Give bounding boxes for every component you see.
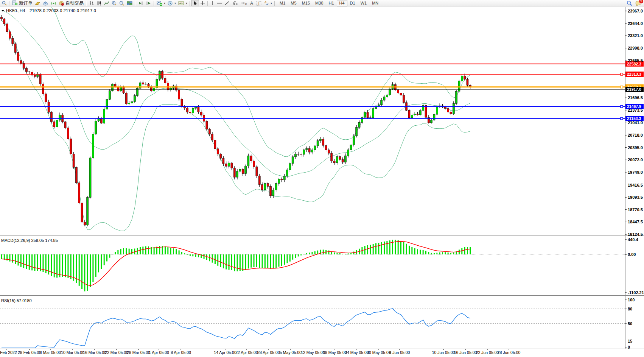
candle[interactable]	[464, 74, 466, 81]
candle[interactable]	[39, 73, 41, 86]
candle[interactable]	[242, 168, 244, 176]
candle[interactable]	[89, 156, 91, 198]
candle[interactable]	[414, 112, 416, 115]
candle[interactable]	[6, 22, 8, 34]
price-level-line[interactable]: 21467.9	[0, 104, 644, 109]
candle[interactable]	[73, 152, 75, 169]
candle[interactable]	[150, 85, 152, 92]
candle[interactable]	[9, 30, 11, 41]
candle[interactable]	[233, 166, 235, 179]
candle[interactable]	[403, 93, 404, 104]
candle[interactable]	[20, 59, 22, 65]
candle[interactable]	[256, 165, 258, 178]
candle[interactable]	[433, 114, 435, 121]
candle[interactable]	[25, 67, 27, 74]
candle[interactable]	[95, 119, 97, 135]
candle[interactable]	[456, 90, 457, 105]
price-level-line[interactable]: 22313.3	[0, 72, 644, 77]
candle[interactable]	[447, 107, 449, 113]
candle[interactable]	[406, 100, 408, 111]
candle[interactable]	[319, 137, 321, 143]
candle[interactable]	[247, 154, 249, 168]
candle[interactable]	[31, 70, 33, 77]
candle[interactable]	[245, 165, 247, 176]
candle[interactable]	[375, 104, 377, 110]
candle[interactable]	[37, 72, 39, 78]
macd-pane[interactable]	[0, 240, 625, 291]
candle[interactable]	[189, 110, 191, 115]
candle[interactable]	[275, 182, 277, 192]
candle[interactable]	[212, 132, 213, 142]
candle[interactable]	[222, 156, 224, 166]
candle[interactable]	[23, 61, 25, 70]
candle[interactable]	[272, 188, 274, 198]
candle[interactable]	[67, 126, 69, 140]
price-level-line[interactable]: 21979.1	[0, 84, 644, 90]
candle[interactable]	[317, 139, 319, 148]
candle[interactable]	[419, 109, 421, 115]
candle[interactable]	[344, 153, 346, 164]
candle[interactable]	[164, 76, 166, 84]
candle[interactable]	[56, 118, 58, 128]
price-level-line[interactable]: 22582.3	[0, 61, 644, 67]
candle[interactable]	[453, 101, 454, 115]
candle[interactable]	[12, 36, 14, 46]
candle[interactable]	[187, 106, 188, 114]
candle[interactable]	[353, 134, 355, 147]
candle[interactable]	[306, 147, 308, 152]
candle[interactable]	[134, 94, 135, 103]
candle[interactable]	[200, 110, 202, 117]
candle[interactable]	[331, 151, 333, 163]
candle[interactable]	[461, 74, 463, 82]
candle[interactable]	[442, 104, 443, 108]
chart-canvas[interactable]: 22582.322313.321979.121467.921153.321917…	[0, 0, 644, 357]
candle[interactable]	[225, 161, 227, 168]
candle[interactable]	[264, 182, 266, 192]
candle[interactable]	[281, 178, 283, 182]
candle[interactable]	[308, 146, 310, 154]
candle[interactable]	[339, 156, 341, 162]
candle[interactable]	[59, 112, 61, 122]
candle[interactable]	[417, 112, 418, 115]
candle[interactable]	[3, 18, 5, 26]
candle[interactable]	[408, 109, 410, 118]
candle[interactable]	[431, 118, 432, 123]
candle[interactable]	[175, 84, 177, 92]
price-level-line[interactable]: 21153.3	[0, 116, 644, 121]
candle[interactable]	[92, 132, 94, 159]
candle[interactable]	[125, 92, 127, 105]
candle[interactable]	[372, 107, 374, 119]
candle[interactable]	[78, 181, 80, 204]
candle[interactable]	[178, 88, 180, 101]
candle[interactable]	[297, 152, 299, 156]
candle[interactable]	[231, 162, 233, 170]
symbol-dropdown-icon[interactable]	[2, 10, 4, 12]
candle[interactable]	[1, 15, 3, 21]
candle[interactable]	[336, 155, 338, 165]
candle[interactable]	[228, 161, 230, 168]
candle[interactable]	[397, 89, 399, 94]
candle[interactable]	[117, 85, 119, 92]
candle[interactable]	[389, 87, 391, 96]
candle[interactable]	[278, 178, 280, 186]
candle[interactable]	[103, 107, 105, 124]
candle[interactable]	[458, 80, 460, 92]
candle[interactable]	[70, 137, 72, 156]
candle[interactable]	[283, 174, 285, 182]
level-drag-handle[interactable]	[621, 86, 623, 88]
candle[interactable]	[167, 81, 169, 92]
candle[interactable]	[220, 153, 222, 161]
candle[interactable]	[325, 144, 327, 152]
candle[interactable]	[367, 110, 369, 119]
candle[interactable]	[106, 97, 108, 110]
candle[interactable]	[439, 103, 441, 108]
candle[interactable]	[142, 80, 144, 85]
candle[interactable]	[400, 91, 402, 96]
candle[interactable]	[28, 71, 30, 74]
candle[interactable]	[162, 70, 163, 80]
candle[interactable]	[131, 100, 133, 104]
candle[interactable]	[42, 83, 44, 96]
price-levels-layer[interactable]: 22582.322313.321979.121467.921153.321917…	[0, 61, 644, 121]
candle[interactable]	[236, 169, 238, 179]
candle[interactable]	[192, 106, 194, 115]
